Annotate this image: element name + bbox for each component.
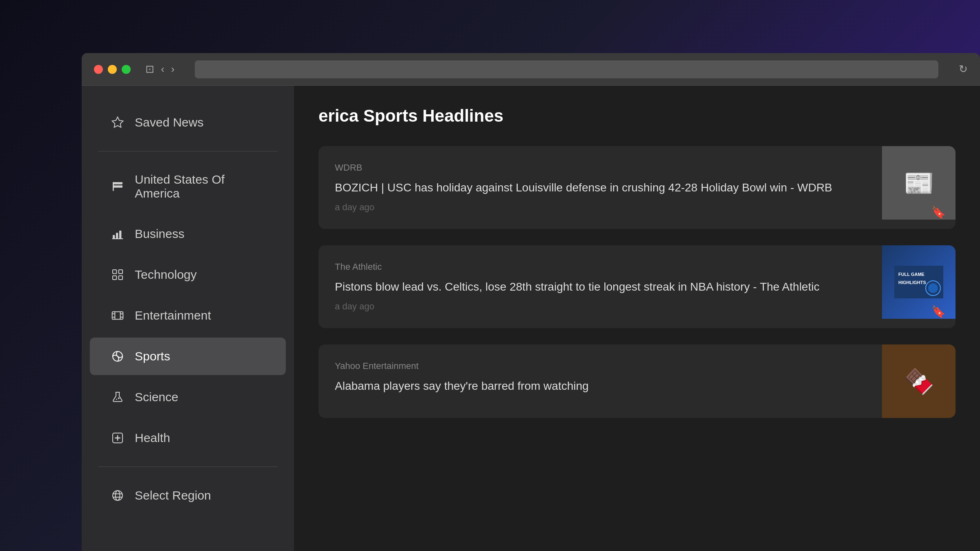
section-title: erica Sports Headlines: [318, 106, 956, 126]
thumbnail-food: 🍫: [882, 344, 956, 418]
sidebar-item-select-region-label: Select Region: [135, 489, 211, 502]
article-date: a day ago: [335, 301, 866, 312]
sidebar-toggle-icon[interactable]: ⊡: [145, 63, 154, 76]
back-icon[interactable]: ‹: [161, 63, 165, 76]
svg-rect-4: [116, 233, 118, 239]
svg-text:FULL GAME: FULL GAME: [898, 272, 924, 277]
svg-rect-9: [113, 276, 116, 280]
article-content: WDRB BOZICH | USC has holiday against Lo…: [318, 146, 882, 229]
traffic-lights: [94, 65, 131, 74]
svg-rect-10: [119, 276, 122, 280]
sidebar-item-entertainment[interactable]: Entertainment: [90, 297, 286, 334]
sidebar-item-usa-label: United States Of America: [135, 173, 265, 200]
article-source: WDRB: [335, 162, 866, 173]
article-card: WDRB BOZICH | USC has holiday against Lo…: [318, 146, 956, 229]
sidebar: Saved News United States Of America: [82, 86, 294, 551]
chart-icon: [110, 227, 125, 241]
svg-rect-3: [113, 235, 115, 239]
app-window: ⊡ ‹ › ↻ Saved News: [82, 53, 980, 551]
sidebar-item-technology[interactable]: Technology: [90, 256, 286, 293]
article-date: a day ago: [335, 202, 866, 213]
svg-rect-7: [113, 270, 116, 273]
globe-icon: [110, 488, 125, 503]
titlebar: ⊡ ‹ › ↻: [82, 53, 980, 86]
article-thumbnail: 🍫: [882, 344, 956, 418]
sidebar-item-health-label: Health: [135, 431, 170, 445]
article-content: Yahoo Entertainment Alabama players say …: [318, 344, 882, 418]
article-content: The Athletic Pistons blow lead vs. Celti…: [318, 245, 882, 328]
refresh-icon[interactable]: ↻: [959, 63, 968, 76]
svg-point-20: [116, 399, 117, 400]
minimize-button[interactable]: [108, 65, 117, 74]
article-source: The Athletic: [335, 262, 866, 272]
sidebar-item-business[interactable]: Business: [90, 215, 286, 253]
article-source: Yahoo Entertainment: [335, 361, 866, 371]
sidebar-item-select-region[interactable]: Select Region: [90, 477, 286, 514]
sidebar-item-technology-label: Technology: [135, 268, 197, 282]
titlebar-controls: ⊡ ‹ ›: [145, 63, 174, 76]
flask-icon: [110, 390, 125, 404]
sidebar-item-sports[interactable]: Sports: [90, 338, 286, 375]
flag-icon: [110, 179, 125, 194]
divider-top: [98, 151, 278, 151]
article-card: Yahoo Entertainment Alabama players say …: [318, 344, 956, 418]
article-card: The Athletic Pistons blow lead vs. Celti…: [318, 245, 956, 328]
svg-point-26: [116, 491, 120, 500]
plus-icon: [110, 431, 125, 445]
article-title: Pistons blow lead vs. Celtics, lose 28th…: [335, 279, 866, 295]
article-title: Alabama players say they're barred from …: [335, 378, 866, 394]
grid-icon: [110, 267, 125, 282]
sidebar-item-science-label: Science: [135, 390, 178, 404]
film-icon: [110, 308, 125, 323]
main-content: Saved News United States Of America: [82, 86, 980, 551]
sports-icon: [110, 349, 125, 364]
sidebar-item-saved-news[interactable]: Saved News: [90, 104, 286, 141]
sidebar-item-health[interactable]: Health: [90, 419, 286, 457]
svg-rect-2: [113, 182, 114, 191]
sidebar-item-united-states[interactable]: United States Of America: [90, 161, 286, 212]
sidebar-item-entertainment-label: Entertainment: [135, 309, 211, 322]
sidebar-item-sports-label: Sports: [135, 349, 170, 363]
forward-icon[interactable]: ›: [171, 63, 175, 76]
svg-rect-1: [113, 185, 122, 187]
svg-point-21: [118, 398, 120, 399]
svg-rect-0: [113, 182, 122, 184]
address-bar[interactable]: [195, 60, 938, 78]
sidebar-item-business-label: Business: [135, 227, 185, 241]
article-area: erica Sports Headlines WDRB BOZICH | USC…: [294, 86, 980, 551]
svg-point-33: [928, 283, 938, 293]
bookmark-button[interactable]: 🔖: [931, 206, 946, 219]
svg-point-25: [113, 491, 122, 500]
article-title: BOZICH | USC has holiday against Louisvi…: [335, 180, 866, 196]
sidebar-item-science[interactable]: Science: [90, 378, 286, 416]
maximize-button[interactable]: [122, 65, 131, 74]
close-button[interactable]: [94, 65, 103, 74]
svg-rect-5: [119, 231, 121, 239]
sidebar-item-saved-news-label: Saved News: [135, 116, 203, 129]
svg-rect-11: [112, 312, 123, 320]
svg-rect-8: [119, 270, 122, 273]
star-icon: [110, 115, 125, 130]
svg-text:HIGHLIGHTS: HIGHLIGHTS: [898, 280, 926, 285]
divider-bottom: [98, 467, 278, 467]
bookmark-button[interactable]: 🔖: [931, 305, 946, 318]
